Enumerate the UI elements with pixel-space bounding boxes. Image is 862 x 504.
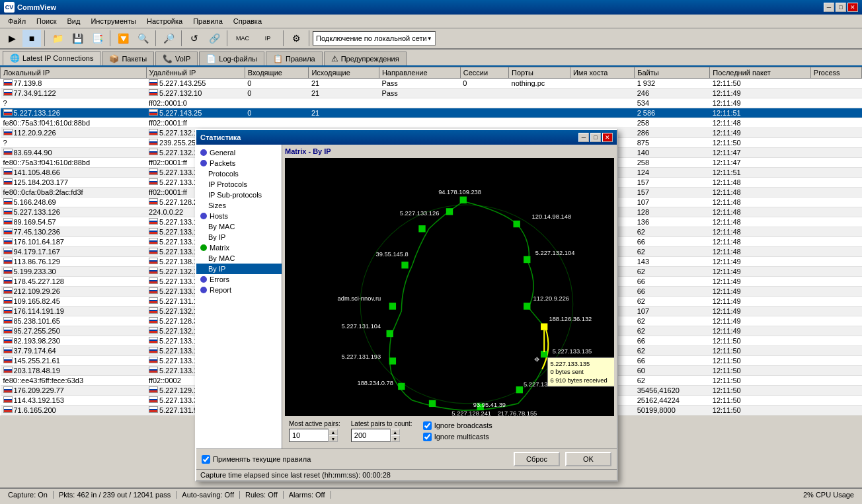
menu-file[interactable]: Файл (3, 16, 31, 26)
refresh-button[interactable]: ↺ (185, 30, 204, 47)
connect-button[interactable]: 🔗 (205, 30, 223, 47)
nav-by-ip[interactable]: By IP (196, 232, 282, 242)
table-row[interactable]: 77.34.91.1225.227.132.10021Pass24612:11:… (1, 89, 862, 98)
modal-maximize-button[interactable]: □ (590, 133, 601, 142)
apply-rules-label[interactable]: Применять текущие правила (202, 455, 311, 464)
svg-text:5.227.133.135: 5.227.133.135 (553, 348, 592, 355)
connection-dropdown[interactable]: Подключение по локальной сети ▼ (313, 31, 436, 46)
most-active-input[interactable] (289, 429, 329, 442)
menu-help[interactable]: Справка (228, 16, 267, 26)
open-button[interactable]: 📁 (48, 30, 67, 47)
table-row[interactable]: 5.227.133.1265.227.143.250212 58612:11:5… (1, 108, 862, 118)
latest-pairs-up[interactable]: ▲ (391, 429, 400, 435)
maximize-button[interactable]: □ (836, 3, 846, 12)
nav-ip-sub-protocols[interactable]: IP Sub-protocols (196, 190, 282, 200)
col-bytes[interactable]: Байты (635, 67, 710, 79)
ignore-multicasts-checkbox[interactable] (423, 433, 432, 441)
nav-errors[interactable]: Errors (196, 274, 282, 285)
flag-icon (149, 287, 158, 294)
col-outgoing[interactable]: Исходящие (309, 67, 379, 79)
table-row[interactable]: 77.139.85.227.143.255021Pass0nothing.pc1… (1, 79, 862, 89)
latest-pairs-input-wrap: ▲ ▼ (351, 429, 412, 442)
flag-icon (3, 307, 13, 314)
reset-button[interactable]: Сброс (514, 452, 560, 466)
statistics-modal: Статистика ─ □ ✕ General Packets Pr (195, 129, 618, 482)
col-last-packet[interactable]: Последний пакет (710, 67, 811, 79)
latest-pairs-down[interactable]: ▼ (391, 435, 400, 442)
minimize-button[interactable]: ─ (824, 3, 834, 12)
ip-button[interactable]: IP (256, 30, 280, 47)
col-remote-ip[interactable]: Удалённый IP (146, 67, 245, 79)
tab-rules[interactable]: 📋 Правила (266, 52, 323, 65)
apply-rules-checkbox[interactable] (202, 455, 210, 464)
menu-tools[interactable]: Инструменты (85, 16, 141, 26)
mac-button[interactable]: MAC (231, 30, 255, 47)
nav-ip-protocols[interactable]: IP Protocols (196, 179, 282, 190)
ignore-broadcasts-checkbox[interactable] (423, 421, 432, 430)
menu-view[interactable]: Вид (62, 16, 86, 26)
filter-button[interactable]: 🔽 (114, 30, 132, 47)
nav-packets[interactable]: Packets (196, 158, 282, 168)
table-row[interactable]: fe80::75a3:f041:610d:88bdff02::0001:ff25… (1, 118, 862, 128)
menu-rules[interactable]: Правила (188, 16, 228, 26)
tab-log-files[interactable]: 📄 Log-файлы (199, 52, 264, 65)
tab-voip[interactable]: 📞 VoIP (155, 52, 198, 65)
play-button[interactable]: ▶ (3, 30, 21, 47)
ignore-broadcasts-label[interactable]: Ignore broadcasts (423, 421, 492, 430)
save-button[interactable]: 💾 (68, 30, 87, 47)
nav-general[interactable]: General (196, 147, 282, 158)
menu-search[interactable]: Поиск (31, 16, 61, 26)
col-direction[interactable]: Направление (379, 67, 460, 79)
flag-icon (3, 337, 13, 343)
col-incoming[interactable]: Входящие (245, 67, 309, 79)
tab-bar: 🌐 Latest IP Connections 📦 Пакеты 📞 VoIP … (0, 50, 862, 67)
flag-icon (149, 79, 158, 86)
tab-ip-connections[interactable]: 🌐 Latest IP Connections (3, 51, 100, 65)
tab-packets[interactable]: 📦 Пакеты (102, 52, 154, 65)
svg-text:94.178.109.238: 94.178.109.238 (438, 189, 481, 196)
tab-rules-label: Правила (286, 55, 315, 63)
nav-matrix-by-mac[interactable]: By MAC (196, 253, 282, 264)
toolbar-separator-5 (227, 30, 227, 46)
ok-button[interactable]: OK (565, 452, 611, 466)
svg-rect-4 (524, 256, 530, 263)
filter2-button[interactable]: 🔍 (134, 30, 152, 47)
nav-hosts[interactable]: Hosts (196, 211, 282, 221)
table-row[interactable]: ?ff02::0001:053412:11:49 (1, 98, 862, 108)
nav-protocols[interactable]: Protocols (196, 168, 282, 179)
most-active-down[interactable]: ▼ (329, 435, 338, 442)
nav-by-mac[interactable]: By MAC (196, 221, 282, 232)
flag-icon (149, 149, 158, 155)
menu-settings[interactable]: Настройка (141, 16, 188, 26)
save-as-button[interactable]: 📑 (88, 30, 106, 47)
flag-icon (149, 297, 158, 304)
col-local-ip[interactable]: Локальный IP (1, 67, 147, 79)
stop-button[interactable]: ■ (22, 30, 41, 47)
svg-text:120.14.98.148: 120.14.98.148 (532, 213, 572, 220)
nav-sizes[interactable]: Sizes (196, 200, 282, 211)
close-button[interactable]: ✕ (847, 3, 858, 12)
svg-rect-15 (401, 262, 408, 268)
search-button[interactable]: 🔎 (159, 30, 178, 47)
tab-alerts[interactable]: ⚠ Предупреждения (324, 52, 407, 65)
tab-alerts-label: Предупреждения (341, 55, 399, 63)
nav-matrix[interactable]: Matrix (196, 242, 282, 253)
flag-icon (3, 268, 13, 274)
col-process[interactable]: Process (810, 67, 861, 79)
modal-title-bar: Статистика ─ □ ✕ (196, 130, 617, 145)
svg-text:39.55.145.8: 39.55.145.8 (375, 251, 408, 258)
col-sessions[interactable]: Сессии (460, 67, 508, 79)
nav-matrix-by-ip[interactable]: By IP (196, 264, 282, 274)
matrix-controls: Most active pairs: ▲ ▼ Latest pairs to c… (285, 416, 614, 446)
most-active-up[interactable]: ▲ (329, 429, 338, 435)
nav-report[interactable]: Report (196, 285, 282, 295)
title-bar: CV CommView ─ □ ✕ (0, 0, 862, 15)
ignore-multicasts-label[interactable]: Ignore multicasts (423, 433, 492, 441)
col-hostname[interactable]: Имя хоста (570, 67, 634, 79)
title-bar-controls: ─ □ ✕ (824, 3, 858, 12)
modal-minimize-button[interactable]: ─ (578, 133, 589, 142)
settings-button[interactable]: ⚙ (287, 30, 305, 47)
modal-close-button[interactable]: ✕ (602, 133, 613, 142)
latest-pairs-input[interactable] (351, 429, 391, 442)
col-ports[interactable]: Порты (509, 67, 570, 79)
